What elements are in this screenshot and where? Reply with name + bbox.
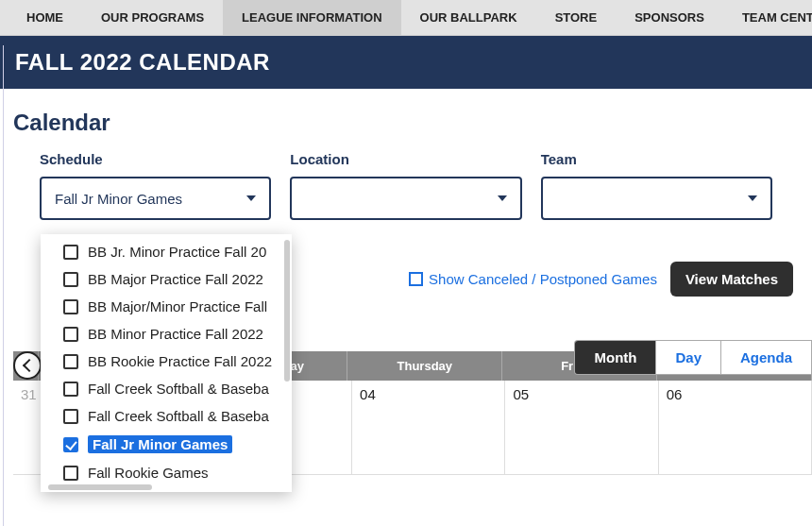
nav-item-home[interactable]: HOME (8, 0, 82, 35)
schedule-dropdown[interactable]: Fall Jr Minor Games (40, 177, 271, 220)
show-canceled-toggle[interactable]: Show Canceled / Postponed Games (409, 271, 657, 287)
scrollbar-horizontal[interactable] (48, 484, 152, 490)
location-label: Location (290, 151, 521, 167)
calendar-date-cell[interactable]: 05 (505, 381, 658, 475)
team-dropdown[interactable] (541, 177, 772, 220)
view-toggle-month[interactable]: Month (575, 341, 656, 374)
schedule-option-label: BB Jr. Minor Practice Fall 20 (88, 244, 266, 260)
page-titlebar: FALL 2022 CALENDAR (0, 36, 812, 89)
checkbox-icon (63, 466, 78, 481)
chevron-down-icon (498, 195, 507, 201)
nav-item-our-ballpark[interactable]: OUR BALLPARK (401, 0, 536, 35)
chevron-down-icon (748, 195, 757, 201)
scrollbar-vertical[interactable] (284, 240, 290, 382)
checkbox-icon (63, 245, 78, 260)
checkbox-icon (63, 327, 78, 342)
weekday-header-cell: Thursday (347, 351, 502, 381)
schedule-option-label: BB Major Practice Fall 2022 (88, 271, 263, 287)
schedule-dropdown-value: Fall Jr Minor Games (55, 191, 182, 207)
schedule-option[interactable]: Fall Rookie Games (41, 459, 292, 486)
view-matches-button[interactable]: View Matches (670, 262, 793, 297)
schedule-option[interactable]: BB Minor Practice Fall 2022 (41, 320, 292, 348)
schedule-option[interactable]: Fall Creek Softball & Baseba (41, 402, 292, 430)
calendar-date-cell[interactable]: 06 (659, 381, 812, 475)
nav-item-store[interactable]: STORE (536, 0, 617, 35)
checkbox-icon (63, 409, 78, 424)
page-heading: Calendar (0, 89, 812, 145)
schedule-option[interactable]: Fall Jr Minor Games (41, 430, 292, 459)
nav-item-team-cent[interactable]: TEAM CENT (723, 0, 812, 35)
calendar-date-cell[interactable]: 04 (352, 381, 505, 475)
nav-item-sponsors[interactable]: SPONSORS (616, 0, 723, 35)
top-nav: HOMEOUR PROGRAMSLEAGUE INFORMATIONOUR BA… (0, 0, 812, 36)
team-label: Team (541, 151, 772, 167)
checkbox-icon (63, 382, 78, 397)
show-canceled-label: Show Canceled / Postponed Games (429, 271, 657, 287)
checkbox-icon (63, 299, 78, 314)
checkbox-icon (63, 354, 78, 369)
chevron-down-icon (246, 195, 256, 201)
location-dropdown[interactable] (290, 177, 521, 220)
nav-item-league-information[interactable]: LEAGUE INFORMATION (223, 0, 401, 35)
checkbox-icon (63, 437, 78, 452)
checkbox-icon (409, 272, 423, 286)
prev-month-button[interactable] (13, 351, 42, 380)
schedule-option[interactable]: BB Jr. Minor Practice Fall 20 (41, 238, 292, 265)
view-toggle: Month Day Agenda (574, 340, 812, 375)
nav-item-our-programs[interactable]: OUR PROGRAMS (82, 0, 223, 35)
schedule-option-label: Fall Rookie Games (88, 465, 209, 481)
schedule-option-label: BB Rookie Practice Fall 2022 (88, 353, 272, 369)
schedule-option[interactable]: Fall Creek Softball & Baseba (41, 375, 292, 402)
schedule-option-label: Fall Creek Softball & Baseba (88, 408, 269, 424)
checkbox-icon (63, 272, 78, 287)
schedule-option[interactable]: BB Major Practice Fall 2022 (41, 265, 292, 293)
schedule-option-label: Fall Jr Minor Games (88, 435, 232, 453)
schedule-option-label: BB Minor Practice Fall 2022 (88, 326, 263, 342)
view-toggle-day[interactable]: Day (656, 341, 721, 374)
schedule-option[interactable]: BB Rookie Practice Fall 2022 (41, 348, 292, 375)
view-toggle-agenda[interactable]: Agenda (721, 341, 812, 374)
schedule-option-label: Fall Creek Softball & Baseba (88, 381, 269, 397)
filter-row: Schedule Fall Jr Minor Games Location Te… (0, 145, 812, 220)
schedule-option-label: BB Major/Minor Practice Fall (88, 298, 267, 314)
schedule-dropdown-panel[interactable]: BB Jr. Minor Practice Fall 20BB Major Pr… (41, 234, 292, 492)
schedule-label: Schedule (40, 151, 271, 167)
schedule-option[interactable]: BB Major/Minor Practice Fall (41, 293, 292, 320)
